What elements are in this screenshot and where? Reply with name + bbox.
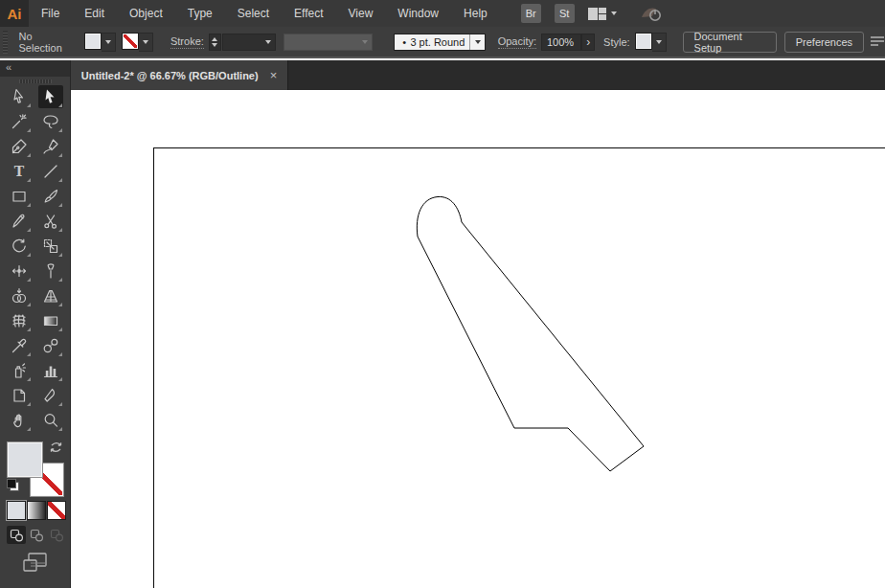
menu-effect[interactable]: Effect: [282, 0, 335, 27]
menu-view[interactable]: View: [336, 0, 386, 27]
selection-tool[interactable]: [38, 85, 63, 108]
fill-swatch[interactable]: [84, 33, 102, 50]
stroke-dropdown-button[interactable]: [139, 33, 153, 52]
stroke-weight-stepper[interactable]: [209, 34, 221, 51]
menu-type[interactable]: Type: [175, 0, 225, 27]
mesh-tool[interactable]: [7, 309, 32, 332]
magic-wand-tool[interactable]: [7, 110, 32, 133]
stepper-up-icon[interactable]: [212, 37, 217, 41]
document-tab[interactable]: Untitled-2* @ 66.67% (RGB/Outline) ×: [71, 60, 288, 90]
menu-select[interactable]: Select: [225, 0, 282, 27]
pencil-tool[interactable]: [7, 210, 32, 233]
style-dropdown-button[interactable]: [652, 33, 667, 52]
control-bar: No Selection Stroke: • 3 pt. Round Opaci…: [0, 27, 885, 58]
illustrator-window: Ai File Edit Object Type Select Effect V…: [0, 0, 885, 588]
free-transform-tool[interactable]: [38, 260, 63, 283]
width-tool[interactable]: [7, 260, 32, 283]
stock-button[interactable]: St: [555, 4, 575, 23]
opacity-forward-button[interactable]: ›: [581, 34, 595, 51]
tools-collapse-button[interactable]: «: [0, 60, 70, 77]
menu-help[interactable]: Help: [451, 0, 500, 27]
paintbrush-tool[interactable]: [38, 185, 63, 208]
scissors-tool[interactable]: [38, 210, 63, 233]
app-logo: Ai: [0, 0, 29, 27]
fill-color-control[interactable]: [84, 33, 116, 52]
type-tool[interactable]: T: [7, 160, 32, 183]
rectangle-tool[interactable]: [7, 185, 32, 208]
fill-dropdown-button[interactable]: [102, 33, 116, 52]
style-control[interactable]: [635, 33, 667, 52]
gradient-tool[interactable]: [38, 309, 63, 332]
shape-builder-tool[interactable]: [7, 284, 32, 307]
fill-proxy[interactable]: [7, 441, 43, 478]
width-profile-dropdown: [284, 34, 373, 51]
brush-bullet: •: [402, 36, 406, 48]
scale-tool[interactable]: [38, 235, 63, 258]
hand-tool[interactable]: [7, 409, 32, 432]
preferences-button[interactable]: Preferences: [784, 32, 864, 53]
menu-bar: Ai File Edit Object Type Select Effect V…: [0, 0, 885, 27]
chevron-down-icon: [475, 40, 481, 44]
artboard-tool[interactable]: [7, 384, 32, 407]
menu-file[interactable]: File: [29, 0, 72, 27]
chevron-down-icon: [611, 11, 617, 15]
bridge-button[interactable]: Br: [521, 4, 541, 23]
menu-object[interactable]: Object: [117, 0, 175, 27]
panel-grip[interactable]: [3, 31, 8, 54]
perspective-grid-tool[interactable]: [38, 284, 63, 307]
draw-behind-button[interactable]: [27, 526, 46, 544]
stepper-down-icon[interactable]: [212, 43, 217, 47]
style-swatch[interactable]: [635, 33, 652, 50]
brush-value: 3 pt. Round: [410, 36, 465, 48]
draw-inside-button: [47, 526, 66, 544]
curvature-tool[interactable]: [38, 135, 63, 158]
draw-normal-button[interactable]: [7, 526, 26, 544]
symbol-sprayer-tool[interactable]: [7, 359, 32, 382]
menu-window[interactable]: Window: [385, 0, 451, 27]
eyedropper-tool[interactable]: [7, 334, 32, 357]
selection-status: No Selection: [19, 31, 73, 54]
drawn-path-shape[interactable]: [71, 90, 885, 588]
document-tab-title: Untitled-2* @ 66.67% (RGB/Outline): [81, 70, 259, 81]
direct-selection-tool[interactable]: [7, 85, 32, 108]
style-label: Style:: [603, 36, 630, 48]
stroke-label[interactable]: Stroke:: [170, 35, 204, 49]
slice-tool[interactable]: [38, 384, 63, 407]
tools-grip[interactable]: [19, 79, 52, 83]
canvas-area[interactable]: [71, 90, 885, 588]
tool-grid: T: [0, 85, 70, 432]
panel-menu-icon[interactable]: [870, 34, 885, 50]
opacity-field[interactable]: 100%: [541, 34, 581, 51]
menu-edit[interactable]: Edit: [72, 0, 117, 27]
workspace-switcher-icon[interactable]: [588, 7, 617, 21]
swap-fill-stroke-icon[interactable]: [50, 440, 62, 457]
blend-tool[interactable]: [38, 334, 63, 357]
tools-panel: « T: [0, 60, 71, 588]
svg-text:T: T: [14, 164, 25, 179]
fill-stroke-widget: [7, 440, 64, 497]
touch-workspace-icon[interactable]: [638, 4, 665, 23]
drawing-mode-buttons: [7, 526, 66, 544]
close-icon[interactable]: ×: [270, 68, 278, 82]
pen-tool[interactable]: [7, 135, 32, 158]
stroke-color-control[interactable]: [122, 33, 153, 52]
none-button[interactable]: [47, 501, 66, 520]
stroke-none-swatch[interactable]: [122, 33, 139, 50]
document-setup-button[interactable]: Document Setup: [683, 32, 777, 53]
stroke-weight-dropdown[interactable]: [222, 34, 277, 51]
color-mode-buttons: [7, 501, 66, 520]
rotate-tool[interactable]: [7, 235, 32, 258]
default-fill-stroke-icon[interactable]: [7, 479, 19, 491]
color-button[interactable]: [7, 501, 26, 520]
opacity-label[interactable]: Opacity:: [498, 35, 536, 49]
line-segment-tool[interactable]: [38, 160, 63, 183]
zoom-tool[interactable]: [38, 409, 63, 432]
column-graph-tool[interactable]: [38, 359, 63, 382]
document-tab-bar: Untitled-2* @ 66.67% (RGB/Outline) ×: [71, 60, 885, 90]
gradient-button[interactable]: [27, 501, 46, 520]
lasso-tool[interactable]: [38, 110, 63, 133]
brush-definition-dropdown[interactable]: • 3 pt. Round: [394, 34, 485, 51]
screen-mode-icon[interactable]: [21, 551, 50, 579]
